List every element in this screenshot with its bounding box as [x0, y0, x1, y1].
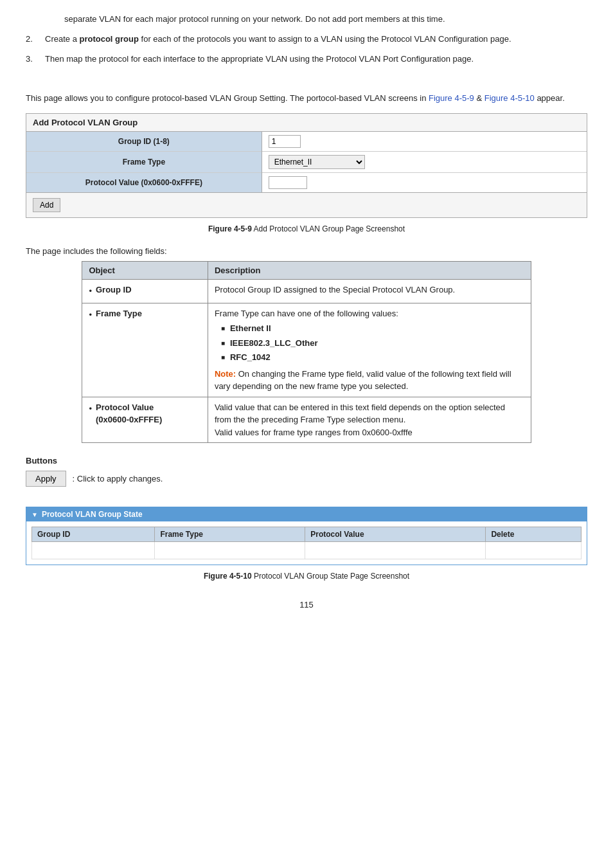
- state-empty-row: [32, 542, 582, 559]
- figure-459-link[interactable]: Figure 4-5-9: [429, 93, 474, 103]
- page-number: 115: [26, 600, 587, 610]
- box-title: Add Protocol VLAN Group: [26, 114, 587, 132]
- group-id-input[interactable]: [269, 135, 301, 148]
- group-id-row: Group ID (1-8): [26, 132, 587, 152]
- field-row-protocol-value: • Protocol Value (0x0600-0xFFFE) Valid v…: [82, 397, 531, 443]
- frame-type-row: Frame Type Ethernet_II IEEE802.3_LLC_Oth…: [26, 152, 587, 173]
- add-protocol-vlan-group-box: Add Protocol VLAN Group Group ID (1-8) F…: [26, 113, 587, 218]
- group-id-value: [262, 132, 587, 152]
- step3-number: 3.: [26, 53, 45, 66]
- state-box-title: ▼ Protocol VLAN Group State: [26, 507, 587, 521]
- state-table: Group ID Frame Type Protocol Value Delet…: [31, 527, 582, 559]
- col-delete: Delete: [486, 527, 582, 542]
- field-object-group-id: • Group ID: [82, 280, 208, 303]
- apply-line: Apply : Click to apply changes.: [26, 471, 587, 487]
- apply-button[interactable]: Apply: [26, 471, 66, 487]
- protocol-value-row: Protocol Value (0x0600-0xFFFE): [26, 173, 587, 193]
- protocol-value-label: Protocol Value (0x0600-0xFFFE): [26, 173, 262, 193]
- field-object-protocol-value: • Protocol Value (0x0600-0xFFFE): [82, 397, 208, 443]
- sub-item-rfc1042: RFC_1042: [221, 351, 524, 364]
- frame-type-value: Ethernet_II IEEE802.3_LLC_Other RFC_1042: [262, 152, 587, 173]
- figure-4510-caption: Figure 4-5-10 Protocol VLAN Group State …: [26, 572, 587, 581]
- frame-type-field-label: Frame Type: [96, 307, 142, 320]
- note-label: Note:: [215, 369, 236, 379]
- state-empty-cell-4: [486, 542, 582, 559]
- figure-459-caption-text: Add Protocol VLAN Group Page Screenshot: [252, 224, 405, 233]
- frame-type-desc-intro: Frame Type can have one of the following…: [215, 309, 398, 318]
- state-table-wrapper: Group ID Frame Type Protocol Value Delet…: [26, 521, 587, 565]
- field-row-group-id: • Group ID Protocol Group ID assigned to…: [82, 280, 531, 303]
- protocol-vlan-state-box: ▼ Protocol VLAN Group State Group ID Fra…: [26, 507, 587, 565]
- apply-description: : Click to apply changes.: [73, 474, 163, 484]
- col-group-id: Group ID: [32, 527, 155, 542]
- fields-intro: The page includes the following fields:: [26, 246, 587, 256]
- figure-459-caption: Figure 4-5-9 Add Protocol VLAN Group Pag…: [26, 224, 587, 233]
- field-desc-protocol-value: Valid value that can be entered in this …: [208, 397, 531, 443]
- state-table-header: Group ID Frame Type Protocol Value Delet…: [32, 527, 582, 542]
- frame-type-label: Frame Type: [26, 152, 262, 173]
- field-object-frame-type: • Frame Type: [82, 303, 208, 397]
- fields-table: Object Description • Group ID Protocol G…: [82, 261, 531, 443]
- buttons-section: Buttons Apply : Click to apply changes.: [26, 456, 587, 487]
- note-text: Note: On changing the Frame type field, …: [215, 368, 524, 393]
- bullet-dot-2: •: [89, 309, 92, 321]
- col-object: Object: [82, 262, 208, 280]
- step2-text: Create a protocol group for each of the …: [45, 33, 587, 46]
- fields-table-header: Object Description: [82, 262, 531, 280]
- group-id-label: Group ID (1-8): [26, 132, 262, 152]
- box-footer: Add: [26, 192, 587, 217]
- group-id-field-label: Group ID: [96, 284, 132, 296]
- step2-number: 2.: [26, 33, 45, 46]
- protocol-value-cell: [262, 173, 587, 193]
- figure-459-label: Figure 4-5-9: [208, 224, 252, 233]
- state-empty-cell-1: [32, 542, 155, 559]
- sub-item-ethernet-ii: Ethernet II: [221, 322, 524, 335]
- state-box-arrow: ▼: [31, 511, 38, 518]
- state-box-title-text: Protocol VLAN Group State: [42, 510, 143, 519]
- vlan-group-table: Group ID (1-8) Frame Type Ethernet_II IE…: [26, 132, 587, 192]
- bullet-dot-3: •: [89, 402, 92, 415]
- intro-paragraph: This page allows you to configure protoc…: [26, 92, 587, 105]
- figure-4510-label: Figure 4-5-10: [204, 572, 252, 581]
- note-body: On changing the Frame type field, valid …: [215, 369, 511, 392]
- step3-text: Then map the protocol for each interface…: [45, 53, 587, 66]
- state-empty-cell-3: [305, 542, 486, 559]
- protocol-value-label1: Protocol Value: [96, 402, 154, 412]
- col-frame-type: Frame Type: [155, 527, 305, 542]
- protocol-desc-line2: from the the preceding Frame Type select…: [215, 413, 524, 426]
- field-desc-group-id: Protocol Group ID assigned to the Specia…: [208, 280, 531, 303]
- sub-item-ieee8023: IEEE802.3_LLC_Other: [221, 337, 524, 350]
- field-desc-frame-type: Frame Type can have one of the following…: [208, 303, 531, 397]
- intro-line1: separate VLAN for each major protocol ru…: [64, 14, 445, 24]
- protocol-desc-line1: Valid value that can be entered in this …: [215, 401, 524, 414]
- protocol-value-label2: (0x0600-0xFFFE): [96, 415, 162, 424]
- protocol-desc-line3: Valid values for frame type ranges from …: [215, 426, 524, 439]
- state-empty-cell-2: [155, 542, 305, 559]
- figure-4510-caption-text: Protocol VLAN Group State Page Screensho…: [252, 572, 409, 581]
- frame-type-select[interactable]: Ethernet_II IEEE802.3_LLC_Other RFC_1042: [269, 155, 365, 169]
- add-button[interactable]: Add: [33, 198, 60, 212]
- frame-type-sub-list: Ethernet II IEEE802.3_LLC_Other RFC_1042: [215, 322, 524, 364]
- col-description: Description: [208, 262, 531, 280]
- figure-4510-link[interactable]: Figure 4-5-10: [484, 93, 535, 103]
- protocol-value-input[interactable]: [269, 176, 307, 189]
- bullet-dot: •: [89, 285, 92, 298]
- field-row-frame-type: • Frame Type Frame Type can have one of …: [82, 303, 531, 397]
- col-protocol-value: Protocol Value: [305, 527, 486, 542]
- buttons-heading: Buttons: [26, 456, 587, 466]
